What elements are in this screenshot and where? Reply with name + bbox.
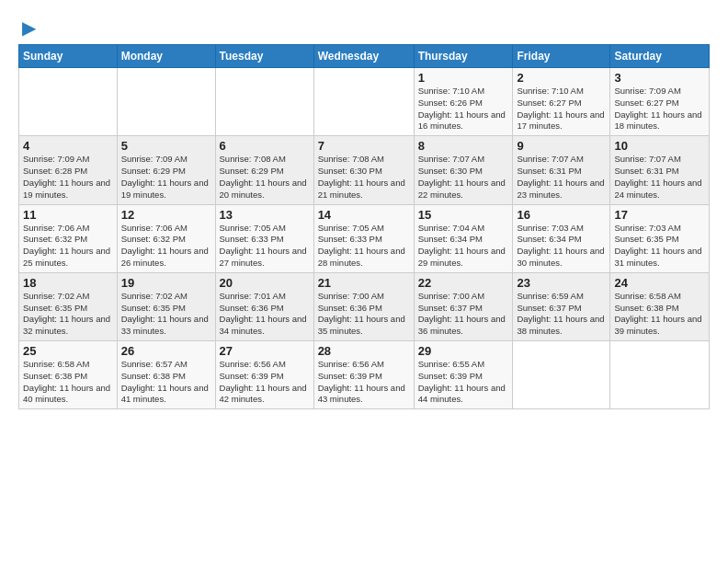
day-info: Sunrise: 7:07 AM Sunset: 6:31 PM Dayligh…	[614, 154, 705, 201]
calendar-cell: 5Sunrise: 7:09 AM Sunset: 6:29 PM Daylig…	[117, 136, 215, 204]
day-number: 16	[517, 208, 606, 222]
day-info: Sunrise: 7:02 AM Sunset: 6:35 PM Dayligh…	[121, 291, 211, 338]
day-number: 17	[614, 208, 705, 222]
calendar-cell: 14Sunrise: 7:05 AM Sunset: 6:33 PM Dayli…	[313, 204, 414, 272]
calendar-cell: 2Sunrise: 7:10 AM Sunset: 6:27 PM Daylig…	[513, 68, 610, 136]
day-info: Sunrise: 7:07 AM Sunset: 6:31 PM Dayligh…	[517, 154, 606, 201]
day-number: 12	[121, 208, 211, 222]
day-number: 7	[318, 139, 410, 153]
calendar-table: SundayMondayTuesdayWednesdayThursdayFrid…	[18, 44, 710, 409]
calendar-cell: 13Sunrise: 7:05 AM Sunset: 6:33 PM Dayli…	[215, 204, 313, 272]
day-info: Sunrise: 7:06 AM Sunset: 6:32 PM Dayligh…	[121, 223, 211, 270]
calendar-week-row: 25Sunrise: 6:58 AM Sunset: 6:38 PM Dayli…	[19, 341, 710, 409]
day-info: Sunrise: 7:02 AM Sunset: 6:35 PM Dayligh…	[23, 291, 113, 338]
calendar-cell	[117, 68, 215, 136]
calendar-cell: 19Sunrise: 7:02 AM Sunset: 6:35 PM Dayli…	[117, 272, 215, 340]
calendar-week-row: 1Sunrise: 7:10 AM Sunset: 6:26 PM Daylig…	[19, 68, 710, 136]
day-number: 5	[121, 139, 211, 153]
day-info: Sunrise: 7:09 AM Sunset: 6:28 PM Dayligh…	[23, 154, 113, 201]
day-number: 9	[517, 139, 606, 153]
calendar-cell: 10Sunrise: 7:07 AM Sunset: 6:31 PM Dayli…	[610, 136, 710, 204]
day-number: 23	[517, 276, 606, 290]
day-info: Sunrise: 7:05 AM Sunset: 6:33 PM Dayligh…	[318, 223, 410, 270]
day-number: 11	[23, 208, 113, 222]
header: ▶	[18, 17, 710, 39]
day-info: Sunrise: 6:58 AM Sunset: 6:38 PM Dayligh…	[23, 359, 113, 406]
weekday-header-thursday: Thursday	[414, 45, 513, 68]
calendar-cell	[19, 68, 118, 136]
weekday-header-saturday: Saturday	[610, 45, 710, 68]
calendar-cell	[313, 68, 414, 136]
calendar-cell: 23Sunrise: 6:59 AM Sunset: 6:37 PM Dayli…	[513, 272, 610, 340]
day-info: Sunrise: 7:09 AM Sunset: 6:27 PM Dayligh…	[614, 86, 705, 132]
calendar-cell: 20Sunrise: 7:01 AM Sunset: 6:36 PM Dayli…	[215, 272, 313, 340]
weekday-header-sunday: Sunday	[19, 45, 118, 68]
day-number: 1	[418, 71, 509, 85]
day-info: Sunrise: 7:03 AM Sunset: 6:35 PM Dayligh…	[614, 223, 705, 270]
day-info: Sunrise: 6:56 AM Sunset: 6:39 PM Dayligh…	[220, 359, 310, 406]
calendar-cell: 3Sunrise: 7:09 AM Sunset: 6:27 PM Daylig…	[610, 68, 710, 136]
calendar-cell	[513, 341, 610, 409]
calendar-cell: 6Sunrise: 7:08 AM Sunset: 6:29 PM Daylig…	[215, 136, 313, 204]
day-info: Sunrise: 7:08 AM Sunset: 6:30 PM Dayligh…	[318, 154, 410, 201]
calendar-cell: 11Sunrise: 7:06 AM Sunset: 6:32 PM Dayli…	[19, 204, 118, 272]
calendar-cell: 16Sunrise: 7:03 AM Sunset: 6:34 PM Dayli…	[513, 204, 610, 272]
calendar-cell: 4Sunrise: 7:09 AM Sunset: 6:28 PM Daylig…	[19, 136, 118, 204]
day-number: 15	[418, 208, 509, 222]
day-info: Sunrise: 7:10 AM Sunset: 6:27 PM Dayligh…	[517, 86, 606, 132]
day-number: 29	[418, 344, 509, 358]
day-info: Sunrise: 7:03 AM Sunset: 6:34 PM Dayligh…	[517, 223, 606, 270]
calendar-week-row: 18Sunrise: 7:02 AM Sunset: 6:35 PM Dayli…	[19, 272, 710, 340]
day-info: Sunrise: 6:58 AM Sunset: 6:38 PM Dayligh…	[614, 291, 705, 338]
calendar-cell: 15Sunrise: 7:04 AM Sunset: 6:34 PM Dayli…	[414, 204, 513, 272]
calendar-cell: 17Sunrise: 7:03 AM Sunset: 6:35 PM Dayli…	[610, 204, 710, 272]
day-number: 24	[614, 276, 705, 290]
calendar-week-row: 11Sunrise: 7:06 AM Sunset: 6:32 PM Dayli…	[19, 204, 710, 272]
page: ▶ SundayMondayTuesdayWednesdayThursdayFr…	[0, 0, 728, 419]
day-number: 25	[23, 344, 113, 358]
day-number: 2	[517, 71, 606, 85]
day-number: 19	[121, 276, 211, 290]
day-number: 14	[318, 208, 410, 222]
calendar-cell: 25Sunrise: 6:58 AM Sunset: 6:38 PM Dayli…	[19, 341, 118, 409]
day-number: 20	[220, 276, 310, 290]
day-info: Sunrise: 7:04 AM Sunset: 6:34 PM Dayligh…	[418, 223, 509, 270]
day-info: Sunrise: 6:55 AM Sunset: 6:39 PM Dayligh…	[418, 359, 509, 406]
calendar-cell: 21Sunrise: 7:00 AM Sunset: 6:36 PM Dayli…	[313, 272, 414, 340]
weekday-header-monday: Monday	[117, 45, 215, 68]
day-number: 21	[318, 276, 410, 290]
logo: ▶	[18, 17, 36, 39]
day-info: Sunrise: 7:00 AM Sunset: 6:37 PM Dayligh…	[418, 291, 509, 338]
day-info: Sunrise: 7:01 AM Sunset: 6:36 PM Dayligh…	[220, 291, 310, 338]
calendar-cell	[610, 341, 710, 409]
day-number: 18	[23, 276, 113, 290]
day-info: Sunrise: 7:05 AM Sunset: 6:33 PM Dayligh…	[220, 223, 310, 270]
day-number: 26	[121, 344, 211, 358]
day-number: 13	[220, 208, 310, 222]
calendar-cell: 18Sunrise: 7:02 AM Sunset: 6:35 PM Dayli…	[19, 272, 118, 340]
calendar-cell: 27Sunrise: 6:56 AM Sunset: 6:39 PM Dayli…	[215, 341, 313, 409]
day-number: 27	[220, 344, 310, 358]
calendar-cell: 22Sunrise: 7:00 AM Sunset: 6:37 PM Dayli…	[414, 272, 513, 340]
calendar-cell	[215, 68, 313, 136]
weekday-header-wednesday: Wednesday	[313, 45, 414, 68]
day-number: 3	[614, 71, 705, 85]
calendar-cell: 26Sunrise: 6:57 AM Sunset: 6:38 PM Dayli…	[117, 341, 215, 409]
day-info: Sunrise: 7:07 AM Sunset: 6:30 PM Dayligh…	[418, 154, 509, 201]
calendar-cell: 28Sunrise: 6:56 AM Sunset: 6:39 PM Dayli…	[313, 341, 414, 409]
weekday-header-tuesday: Tuesday	[215, 45, 313, 68]
day-info: Sunrise: 6:57 AM Sunset: 6:38 PM Dayligh…	[121, 359, 211, 406]
day-number: 28	[318, 344, 410, 358]
day-number: 4	[23, 139, 113, 153]
weekday-header-friday: Friday	[513, 45, 610, 68]
logo-bird-icon: ▶	[22, 17, 36, 39]
day-number: 6	[220, 139, 310, 153]
calendar-header-row: SundayMondayTuesdayWednesdayThursdayFrid…	[19, 45, 710, 68]
calendar-cell: 7Sunrise: 7:08 AM Sunset: 6:30 PM Daylig…	[313, 136, 414, 204]
day-number: 10	[614, 139, 705, 153]
day-number: 8	[418, 139, 509, 153]
day-info: Sunrise: 7:00 AM Sunset: 6:36 PM Dayligh…	[318, 291, 410, 338]
day-info: Sunrise: 7:08 AM Sunset: 6:29 PM Dayligh…	[220, 154, 310, 201]
calendar-cell: 1Sunrise: 7:10 AM Sunset: 6:26 PM Daylig…	[414, 68, 513, 136]
calendar-cell: 12Sunrise: 7:06 AM Sunset: 6:32 PM Dayli…	[117, 204, 215, 272]
